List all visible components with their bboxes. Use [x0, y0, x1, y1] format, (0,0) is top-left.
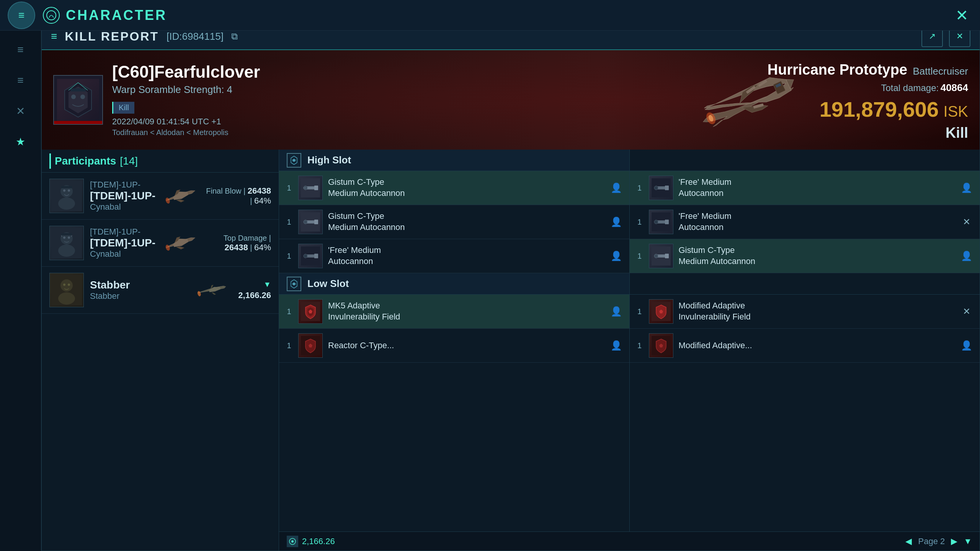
low-slot-title: Low Slot	[307, 278, 349, 290]
fit-panel: High Slot 1	[279, 150, 980, 551]
fit-item-name: Gistum C-TypeMedium Autocannon	[679, 245, 955, 267]
fit-qty: 1	[285, 218, 293, 227]
p2-name: [TDEM]-1UP-	[90, 237, 155, 249]
page-label: Page 2	[918, 536, 945, 546]
fit-item-action[interactable]: 👤	[609, 305, 623, 318]
fit-item[interactable]: 1 Reactor C-Type... 👤	[279, 329, 629, 363]
fit-item[interactable]: 1 Modified AdaptiveInvulnerability Field…	[630, 295, 980, 329]
fit-item-action[interactable]: 👤	[609, 215, 623, 229]
sidebar-menu-icon[interactable]: ≡	[9, 38, 32, 61]
participant-info-1: [TDEM]-1UP- [TDEM]-1UP- Cynabal	[90, 180, 155, 212]
bottom-value: 2,166.26	[302, 536, 335, 546]
fit-qty: 1	[636, 341, 644, 350]
fit-qty: 1	[285, 341, 293, 350]
kill-banner: [C60]Fearfulclover Warp Soramble Strengt…	[42, 50, 980, 150]
fit-qty: 1	[285, 252, 293, 261]
kr-id: [ID:6984115]	[167, 31, 224, 42]
total-damage-label: Total damage:	[881, 83, 939, 93]
fit-item-action[interactable]: 👤	[960, 181, 973, 195]
fit-item-action[interactable]: 👤	[960, 339, 973, 352]
fit-item-name: Modified Adaptive...	[679, 340, 955, 351]
p1-alliance: [TDEM]-1UP-	[90, 180, 155, 190]
p1-ship: Cynabal	[90, 202, 155, 212]
page-prev-button[interactable]: ◀	[905, 536, 912, 546]
fit-item-action[interactable]: 👤	[609, 181, 623, 195]
fit-qty: 1	[285, 184, 293, 192]
svg-point-34	[197, 290, 201, 297]
fit-item-action[interactable]: 👤	[609, 249, 623, 263]
participant-avatar-2	[49, 226, 84, 260]
fit-columns: High Slot 1	[279, 150, 980, 531]
ship-name: Hurricane Prototype	[768, 62, 907, 78]
svg-rect-46	[314, 254, 318, 258]
kill-avatar-bar	[54, 121, 102, 124]
p3-ship: Stabber	[90, 291, 188, 301]
ship-thumb-3	[194, 277, 232, 303]
fit-item[interactable]: 1 Gistum C-TypeMedium Autocannon	[279, 171, 629, 205]
high-slot-title: High Slot	[307, 154, 351, 166]
isk-unit: ISK	[944, 103, 968, 120]
fit-item-action[interactable]: ✕	[960, 305, 973, 318]
kr-copy-icon[interactable]: ⧉	[231, 31, 238, 42]
svg-rect-5	[70, 88, 86, 91]
bottom-actions: ◀ Page 2 ▶ ▼	[905, 536, 972, 546]
page-next-button[interactable]: ▶	[951, 536, 957, 546]
fit-item[interactable]: 1 'Free' MediumAutocannon 👤	[630, 171, 980, 205]
character-icon	[43, 7, 60, 24]
sidebar-menu2-icon[interactable]: ≡	[9, 69, 32, 92]
fit-item-icon	[649, 176, 673, 200]
fit-item[interactable]: 1 MK5 AdaptiveInvulnerability Field �	[279, 295, 629, 329]
p2-ship: Cynabal	[90, 249, 155, 259]
svg-rect-37	[314, 186, 318, 190]
participants-accent	[49, 153, 51, 169]
fit-item[interactable]: 1 Modified Adaptive... 👤	[630, 329, 980, 363]
fit-item-action[interactable]: 👤	[609, 339, 623, 352]
pilot-warp-scramble: Warp Soramble Strength: 4	[112, 84, 260, 96]
participant-stats-1: Final Blow | 26438 | 64%	[206, 186, 271, 206]
fit-item-icon	[649, 333, 673, 358]
fit-item[interactable]: 1 Gistum C-TypeMedium Autocannon 👤	[279, 205, 629, 239]
close-icon: ✕	[963, 306, 970, 317]
main-close-button[interactable]: ✕	[956, 8, 969, 23]
kill-right-info: Hurricane Prototype Battlecruiser Total …	[768, 62, 968, 141]
low-slot-header: Low Slot	[279, 273, 629, 295]
ship-type: Battlecruiser	[913, 65, 969, 77]
person-icon: 👤	[611, 251, 622, 261]
fit-item-action[interactable]: 👤	[960, 249, 973, 263]
p3-damage: 2,166.26	[238, 290, 271, 300]
kr-title: KILL REPORT	[65, 29, 159, 44]
fit-item[interactable]: 1 Gistum C-TypeMedium Autocannon 👤	[630, 239, 980, 273]
kr-menu-button[interactable]: ≡	[51, 30, 57, 42]
kill-badge: Kill	[112, 102, 134, 114]
fit-item-name: 'Free' MediumAutocannon	[679, 211, 955, 233]
svg-rect-42	[314, 220, 318, 224]
fit-item[interactable]: 1 'Free' MediumAutocannon 👤	[279, 239, 629, 273]
participant-item[interactable]: [TDEM]-1UP- [TDEM]-1UP- Cynabal	[42, 173, 279, 220]
p2-role: Top Damage | 26438 | 64%	[206, 234, 271, 253]
fit-item-action[interactable]: ✕	[960, 215, 973, 229]
fit-qty: 1	[285, 307, 293, 316]
svg-point-33	[68, 284, 70, 286]
sidebar-star-icon[interactable]: ★	[9, 130, 32, 153]
total-damage-value: 40864	[941, 82, 968, 93]
participant-item[interactable]: Stabber Stabber	[42, 267, 279, 314]
close-icon: ✕	[963, 217, 970, 227]
person-icon: 👤	[961, 340, 972, 351]
participant-item[interactable]: [TDEM]-1UP- [TDEM]-1UP- Cynabal	[42, 220, 279, 267]
hamburger-button[interactable]: ≡	[8, 2, 35, 29]
isk-row: 191,879,606 ISK	[768, 97, 968, 122]
ship-name-row: Hurricane Prototype Battlecruiser	[768, 62, 968, 78]
p1-name: [TDEM]-1UP-	[90, 190, 155, 202]
fit-item-name: Gistum C-TypeMedium Autocannon	[328, 211, 604, 233]
kill-location: Todifrauan < Aldodan < Metropolis	[112, 128, 260, 137]
hamburger-icon: ≡	[18, 10, 24, 21]
fit-item-icon	[649, 210, 673, 234]
right-low-spacer	[630, 273, 980, 295]
participant-stats-3: ▼ 2,166.26	[238, 280, 271, 300]
svg-point-17	[68, 189, 70, 192]
ship-thumb-2	[162, 230, 200, 256]
person-icon: 👤	[611, 217, 622, 227]
fit-item[interactable]: 1 'Free' MediumAutocannon ✕	[630, 205, 980, 239]
sidebar-close-icon[interactable]: ✕	[9, 99, 32, 122]
filter-button[interactable]: ▼	[964, 536, 972, 546]
